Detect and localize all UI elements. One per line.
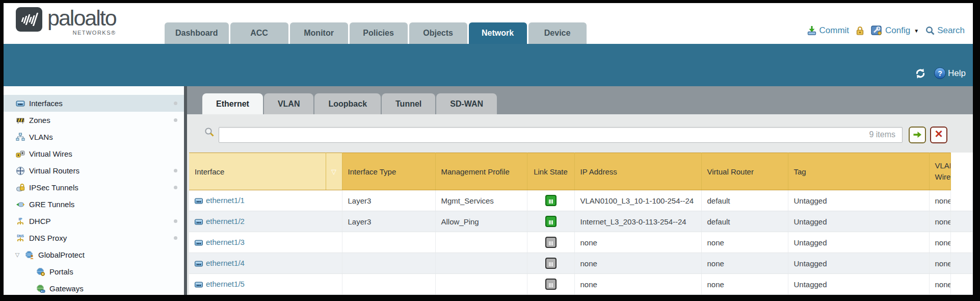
dns-proxy-icon: DNS	[16, 234, 25, 243]
sidebar-item-gre-tunnels[interactable]: GRE Tunnels	[4, 196, 184, 213]
interface-icon	[195, 281, 203, 289]
table-row[interactable]: ethernet1/2 Layer3 Allow_Ping Internet_L…	[189, 211, 973, 232]
gre-tunnels-icon	[16, 200, 25, 209]
col-virtual-router[interactable]: Virtual Router	[701, 153, 788, 190]
link-state-icon	[545, 237, 557, 248]
col-management-profile[interactable]: Management Profile	[435, 153, 527, 190]
lock-icon[interactable]	[856, 26, 864, 36]
link-state-icon	[545, 258, 557, 269]
vlans-icon	[16, 133, 25, 142]
link-state-icon	[545, 195, 557, 206]
sidebar-item-dhcp[interactable]: IP DHCP	[4, 213, 184, 230]
app-window: paloalto NETWORKS® Dashboard ACC Monitor…	[0, 0, 980, 301]
sidebar-item-gateways[interactable]: Gateways	[4, 280, 184, 295]
col-interface[interactable]: Interface	[189, 153, 326, 190]
arrow-right-icon	[913, 131, 922, 138]
brand-networks: NETWORKS®	[47, 30, 116, 36]
interface-link[interactable]: ethernet1/1	[206, 196, 245, 205]
sidebar-item-globalprotect[interactable]: ▽ GlobalProtect	[4, 246, 184, 263]
table-row[interactable]: ethernet1/5 none none Untagged none	[189, 274, 973, 295]
interface-link[interactable]: ethernet1/4	[206, 259, 245, 267]
tab-monitor[interactable]: Monitor	[290, 22, 348, 44]
filter-search-icon	[204, 127, 215, 137]
teal-bar: ? Help	[4, 44, 973, 86]
virtual-routers-icon	[16, 166, 25, 175]
tab-acc[interactable]: ACC	[230, 22, 288, 44]
tab-tunnel[interactable]: Tunnel	[382, 93, 435, 114]
svg-text:IP: IP	[18, 217, 22, 221]
config-icon	[871, 26, 883, 36]
table-row[interactable]: ethernet1/3 none none Untagged none	[189, 232, 973, 253]
sidebar: Interfaces Zones VLANs Virtual Wires Vir…	[4, 86, 184, 295]
paloalto-logo: paloalto NETWORKS®	[16, 7, 116, 36]
tab-loopback[interactable]: Loopback	[314, 93, 381, 114]
item-dot	[174, 219, 177, 223]
col-interface-type[interactable]: Interface Type	[342, 153, 435, 190]
sidebar-item-ipsec-tunnels[interactable]: IPSec Tunnels	[4, 179, 184, 196]
tab-vlan[interactable]: VLAN	[264, 93, 314, 114]
tab-ethernet[interactable]: Ethernet	[202, 93, 263, 114]
sidebar-item-zones[interactable]: Zones	[4, 112, 184, 129]
main-nav: Dashboard ACC Monitor Policies Objects N…	[165, 22, 587, 44]
tab-device[interactable]: Device	[528, 22, 587, 44]
interface-link[interactable]: ethernet1/5	[206, 280, 245, 288]
tab-dashboard[interactable]: Dashboard	[165, 22, 229, 44]
items-count: 9 items	[869, 130, 895, 139]
item-dot	[174, 102, 177, 105]
sidebar-item-virtual-wires[interactable]: Virtual Wires	[4, 145, 184, 162]
chevron-down-icon: ▼	[914, 28, 919, 34]
apply-filter-button[interactable]	[909, 127, 926, 143]
sidebar-item-portals[interactable]: Portals	[4, 263, 184, 280]
sidebar-item-vlans[interactable]: VLANs	[4, 129, 184, 145]
globalprotect-icon	[25, 250, 34, 260]
gateways-icon	[36, 284, 45, 293]
help-icon: ?	[934, 67, 946, 79]
help-button[interactable]: ? Help	[934, 67, 966, 79]
col-vlan-virtual-wire[interactable]: VLAN / Virtual Wire	[929, 153, 951, 190]
sort-indicator-icon[interactable]: ▽	[326, 153, 342, 190]
tab-network[interactable]: Network	[469, 22, 527, 44]
zones-icon	[16, 116, 25, 125]
panel-splitter[interactable]	[184, 86, 187, 295]
sidebar-item-interfaces[interactable]: Interfaces	[4, 95, 184, 112]
sidebar-item-virtual-routers[interactable]: Virtual Routers	[4, 162, 184, 179]
interfaces-icon	[16, 99, 25, 108]
sidebar-item-dns-proxy[interactable]: DNS DNS Proxy	[4, 230, 184, 246]
expander-icon[interactable]: ▽	[14, 252, 21, 258]
tab-policies[interactable]: Policies	[350, 22, 408, 44]
item-dot	[174, 169, 177, 172]
interface-icon	[195, 218, 203, 227]
interface-icon	[195, 197, 203, 206]
virtual-wires-icon	[16, 149, 25, 159]
link-state-icon	[545, 216, 557, 227]
interface-tabs: Ethernet VLAN Loopback Tunnel SD-WAN	[187, 86, 973, 114]
top-bar: paloalto NETWORKS® Dashboard ACC Monitor…	[4, 3, 973, 44]
interface-link[interactable]: ethernet1/3	[206, 238, 245, 246]
config-menu[interactable]: Config ▼	[871, 26, 919, 36]
interface-icon	[195, 260, 203, 268]
item-dot	[174, 236, 177, 240]
dhcp-icon: IP	[16, 217, 25, 226]
interfaces-table: Interface ▽ Interface Type Management Pr…	[189, 153, 973, 295]
filter-input[interactable]	[219, 127, 903, 143]
commit-button[interactable]: Commit	[807, 26, 850, 36]
paloalto-logo-icon	[16, 7, 42, 32]
search-button[interactable]: Search	[925, 26, 965, 36]
table-row[interactable]: ethernet1/4 none none Untagged none	[189, 253, 973, 274]
clear-filter-button[interactable]: ×	[930, 127, 947, 143]
search-icon	[925, 26, 935, 35]
table-row[interactable]: ethernet1/1 Layer3 Mgmt_Services VLAN010…	[189, 190, 973, 211]
table-header-row: Interface ▽ Interface Type Management Pr…	[189, 153, 973, 190]
col-tag[interactable]: Tag	[788, 153, 929, 190]
tab-sdwan[interactable]: SD-WAN	[436, 93, 497, 114]
interface-link[interactable]: ethernet1/2	[206, 217, 245, 225]
col-ip-address[interactable]: IP Address	[574, 153, 701, 190]
content-panel: Ethernet VLAN Loopback Tunnel SD-WAN 9 i…	[187, 86, 973, 295]
filter-toolbar: 9 items ×	[187, 114, 973, 148]
col-link-state[interactable]: Link State	[527, 153, 574, 190]
brand-name: paloalto	[47, 7, 116, 29]
top-utilities: Commit Config ▼ Search	[807, 26, 965, 36]
ipsec-tunnels-icon	[16, 183, 25, 192]
refresh-icon[interactable]	[915, 68, 926, 79]
tab-objects[interactable]: Objects	[409, 22, 467, 44]
